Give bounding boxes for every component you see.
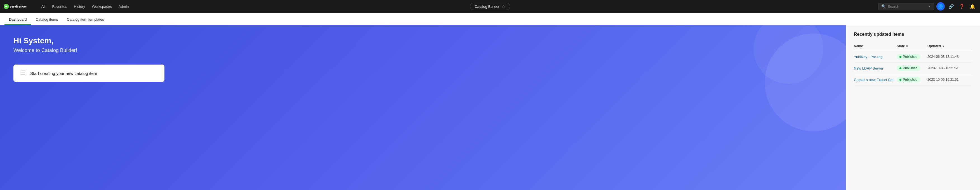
start-card-text: Start creating your new catalog item: [30, 71, 97, 76]
right-panel: Recently updated items Name State ▽ Upda…: [846, 25, 980, 190]
svg-text:servicenow: servicenow: [10, 5, 27, 8]
bell-button[interactable]: 🔔: [968, 2, 977, 11]
start-card[interactable]: ☰ Start creating your new catalog item: [13, 65, 164, 82]
nav-all[interactable]: All: [38, 3, 48, 10]
tab-catalog-item-templates[interactable]: Catalog item templates: [62, 14, 108, 25]
app-title-badge: Catalog Builder ☆: [470, 3, 510, 10]
help-icon: ❓: [959, 4, 965, 9]
state-label: Published: [903, 78, 918, 82]
greeting-text: Hi System,: [13, 36, 832, 45]
left-banner: Hi System, Welcome to Catalog Builder! ☰…: [0, 25, 846, 190]
item-link-ldap[interactable]: New LDAP Server: [854, 66, 897, 70]
search-chevron-icon[interactable]: ▾: [929, 5, 930, 8]
state-dot: [899, 79, 901, 81]
updated-date-yubikey: 2024-06-03 13:11:48: [928, 55, 972, 59]
col-header-name: Name: [854, 44, 897, 48]
search-icon: 🔍: [881, 4, 886, 9]
welcome-message: Welcome to Catalog Builder!: [13, 48, 832, 53]
bell-icon: 🔔: [970, 4, 975, 9]
state-dot: [899, 67, 901, 69]
search-input[interactable]: [888, 5, 927, 9]
table-row: Create a new Export Set Published 2023-1…: [854, 74, 972, 86]
tab-dashboard[interactable]: Dashboard: [5, 14, 31, 25]
table-row: YubiKey - Pre-reg Published 2024-06-03 1…: [854, 51, 972, 63]
link-button[interactable]: 🔗: [947, 2, 955, 11]
updated-date-ldap: 2023-10-06 16:21:51: [928, 66, 972, 70]
catalog-builder-button[interactable]: Catalog Builder ☆: [470, 3, 510, 10]
sub-nav: Dashboard Catalog items Catalog item tem…: [0, 13, 980, 25]
top-nav: servicenow All Favorites History Workspa…: [0, 0, 980, 13]
col-header-updated[interactable]: Updated ▼: [928, 44, 972, 48]
state-badge-ldap: Published: [897, 65, 920, 71]
nav-workspaces[interactable]: Workspaces: [89, 3, 115, 10]
state-badge-yubikey: Published: [897, 54, 920, 60]
item-link-export[interactable]: Create a new Export Set: [854, 78, 897, 82]
main-content: Hi System, Welcome to Catalog Builder! ☰…: [0, 25, 980, 190]
col-header-state[interactable]: State ▽: [897, 44, 928, 48]
list-icon: ☰: [20, 70, 26, 77]
table-row: New LDAP Server Published 2023-10-06 16:…: [854, 63, 972, 74]
star-icon[interactable]: ☆: [502, 4, 505, 9]
updated-date-export: 2023-10-06 16:21:51: [928, 78, 972, 82]
tab-catalog-items[interactable]: Catalog items: [31, 14, 62, 25]
nav-history[interactable]: History: [71, 3, 88, 10]
item-link-yubikey[interactable]: YubiKey - Pre-reg: [854, 55, 897, 59]
catalog-builder-label: Catalog Builder: [475, 5, 500, 9]
recently-updated-title: Recently updated items: [854, 32, 972, 37]
table-header: Name State ▽ Updated ▼: [854, 43, 972, 50]
state-badge-export: Published: [897, 77, 920, 82]
state-label: Published: [903, 55, 918, 59]
link-icon: 🔗: [948, 4, 954, 9]
state-sort-icon: ▽: [906, 45, 908, 48]
nav-favorites[interactable]: Favorites: [49, 3, 70, 10]
state-label: Published: [903, 66, 918, 70]
updated-sort-icon: ▼: [942, 45, 945, 48]
nav-right-icons: 🔍 ▾ 🌐 🔗 ❓ 🔔: [878, 2, 977, 11]
globe-button[interactable]: 🌐: [936, 2, 945, 11]
nav-admin[interactable]: Admin: [116, 3, 132, 10]
help-button[interactable]: ❓: [958, 2, 966, 11]
logo[interactable]: servicenow: [3, 3, 34, 10]
globe-icon: 🌐: [938, 4, 943, 9]
nav-links: All Favorites History Workspaces Admin: [38, 3, 878, 10]
state-dot: [899, 56, 901, 58]
search-box[interactable]: 🔍 ▾: [878, 3, 934, 10]
